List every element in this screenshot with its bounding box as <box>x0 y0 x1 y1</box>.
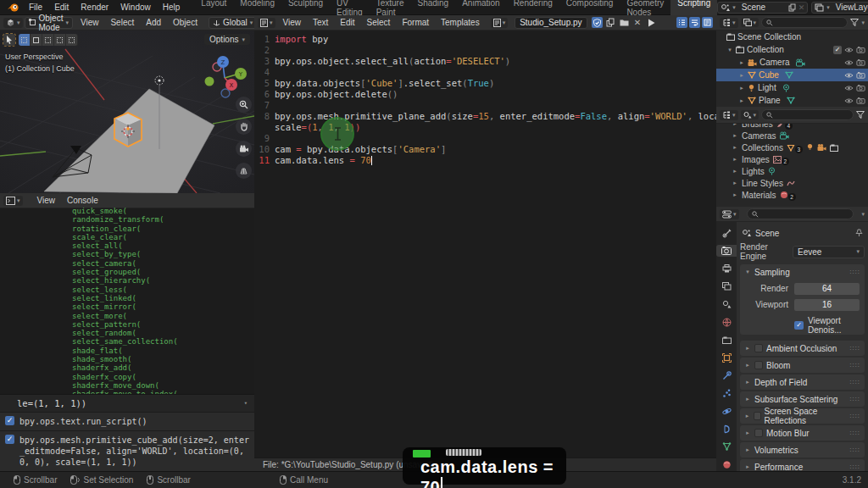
blendfile-row-brushes[interactable]: ▸ Brushes 4 <box>716 124 868 130</box>
toggle-perspective-icon[interactable] <box>236 163 252 179</box>
disclosure-triangle[interactable]: ▸ <box>732 156 738 163</box>
drag-grip-icon[interactable]: ∷∷ <box>850 269 860 276</box>
properties-search[interactable] <box>747 208 854 219</box>
drag-grip-icon[interactable]: ∷∷ <box>850 446 860 454</box>
viewport-3d[interactable]: Z Y X Options ▾ User Perspective (1) Col… <box>0 30 254 193</box>
code-line[interactable]: 5 bpy.data.objects['Cube'].select_set(Tr… <box>254 78 716 89</box>
run-script-icon[interactable] <box>646 17 657 28</box>
viewport-menu-item[interactable]: Object <box>167 17 203 28</box>
blendfile-row-lights[interactable]: ▸ Lights <box>716 165 868 177</box>
disclosure-triangle[interactable]: ▸ <box>732 168 738 175</box>
render-engine-select[interactable]: Eevee ▾ <box>793 246 865 258</box>
autocomplete-item[interactable]: scale_clear( <box>72 233 254 241</box>
tab-material[interactable] <box>716 458 737 470</box>
shield-check-icon[interactable] <box>592 17 603 28</box>
pan-hand-icon[interactable] <box>236 119 252 135</box>
drag-grip-icon[interactable]: ∷∷ <box>850 463 860 471</box>
close-icon[interactable]: ✕ <box>798 3 805 12</box>
code-line[interactable]: 3 bpy.ops.object.select_all(action='DESE… <box>254 56 716 67</box>
code-area[interactable]: 1 import bpy 2 3 bpy.ops.object.select_a… <box>254 30 716 458</box>
outliner-search[interactable] <box>761 17 848 28</box>
blendfile-row-images[interactable]: ▸ Images 2 <box>716 153 868 165</box>
render-camera-icon[interactable] <box>856 46 865 53</box>
properties-editor-icon-button[interactable]: ▾ <box>720 209 739 219</box>
autocomplete-item[interactable]: select_pattern( <box>72 320 254 329</box>
topbar-menu-item[interactable]: Edit <box>48 2 75 13</box>
collection-checkbox[interactable]: ✓ <box>833 46 842 54</box>
tab-physics[interactable] <box>716 405 737 417</box>
filter-icon[interactable] <box>856 111 865 119</box>
autocomplete-item[interactable]: select_all( <box>72 241 254 250</box>
eye-icon[interactable] <box>844 97 854 104</box>
disclosure-triangle[interactable]: ▸ <box>732 132 738 139</box>
filter-icon[interactable] <box>850 19 859 26</box>
drag-grip-icon[interactable]: ∷∷ <box>850 345 860 352</box>
tab-constraints[interactable] <box>716 423 737 435</box>
syntax-highlight-toggle-icon[interactable] <box>702 17 713 28</box>
autocomplete-item[interactable]: select_by_type( <box>72 250 254 258</box>
report-row[interactable]: ✓ bpy.ops.text.run_script() <box>0 413 254 430</box>
viewlayer-selector[interactable]: ▾ ViewLayer ✕ <box>811 2 868 14</box>
eye-icon[interactable] <box>844 72 854 79</box>
code-line[interactable]: 10 cam = bpy.data.objects['Camera'] <box>254 144 716 155</box>
disclosure-triangle[interactable]: ▸ <box>738 85 745 92</box>
eye-icon[interactable] <box>844 85 854 92</box>
tab-modifiers[interactable] <box>716 369 737 381</box>
panel-header[interactable]: ▸ Motion Blur ∷∷ <box>740 425 865 441</box>
pin-icon[interactable] <box>855 229 863 237</box>
editor-type-selector[interactable]: ▾ <box>258 18 275 28</box>
scene-selector[interactable]: ▾ Scene ✕ <box>717 2 808 14</box>
render-camera-icon[interactable] <box>856 84 865 92</box>
autocomplete-item[interactable]: shaderfx_copy( <box>72 373 254 381</box>
autocomplete-item[interactable]: shade_flat( <box>72 347 254 355</box>
disclosure-triangle[interactable]: ▸ <box>732 124 738 127</box>
console-menu-item[interactable]: View <box>31 195 62 206</box>
viewport-menu-item[interactable]: View <box>75 17 105 28</box>
sampling-panel-header[interactable]: ▾ Sampling ∷∷ <box>740 264 865 280</box>
text-menu-item[interactable]: View <box>277 17 308 28</box>
drag-grip-icon[interactable]: ∷∷ <box>850 396 860 403</box>
text-menu-item[interactable]: Edit <box>334 17 360 28</box>
render-samples-field[interactable]: 64 <box>794 283 860 295</box>
blendfile-row-linestyles[interactable]: ▸ Line Styles <box>716 177 868 189</box>
console-input-tail[interactable]: le=(1, 1, 1)) ▾ <box>0 394 254 412</box>
select-subtract-mode-button[interactable] <box>42 34 54 46</box>
panel-header[interactable]: ▸ Depth of Field ∷∷ <box>740 374 865 390</box>
text-menu-item[interactable]: Templates <box>435 17 486 28</box>
text-menu-item[interactable]: Text <box>307 17 334 28</box>
code-line[interactable]: 7 <box>254 100 716 111</box>
outliner-row-light[interactable]: ▸ Light <box>716 81 868 94</box>
denoise-checkbox[interactable]: ✓ <box>794 321 804 330</box>
autocomplete-item[interactable]: select_less( <box>72 286 254 294</box>
console-body[interactable]: quick_smoke(randomize_transform(rotation… <box>0 208 254 471</box>
tab-render[interactable] <box>716 245 737 257</box>
select-box-mode-button[interactable] <box>19 34 31 46</box>
disclosure-triangle[interactable]: ▸ <box>732 191 738 198</box>
disclosure-triangle[interactable]: ▸ <box>738 97 745 104</box>
copy-icon[interactable] <box>788 3 796 12</box>
folder-open-icon[interactable] <box>619 17 630 28</box>
autocomplete-item[interactable]: select_grouped( <box>72 268 254 276</box>
axis-y-neg[interactable] <box>205 77 214 86</box>
render-camera-icon[interactable] <box>856 58 865 66</box>
topbar-menu-item[interactable]: Help <box>157 2 186 13</box>
text-menu-item[interactable]: Select <box>361 17 397 28</box>
drag-grip-icon[interactable]: ∷∷ <box>850 379 860 386</box>
viewport-menu-item[interactable]: Add <box>140 17 167 28</box>
select-extend-mode-button[interactable] <box>31 34 42 46</box>
autocomplete-item[interactable]: select_random( <box>72 329 254 337</box>
tab-particles[interactable] <box>716 387 737 399</box>
panel-checkbox[interactable] <box>754 412 761 420</box>
code-line[interactable]: 6 bpy.ops.object.delete() <box>254 89 716 100</box>
topbar-menu-item[interactable]: Window <box>114 2 157 13</box>
outliner-row-cube[interactable]: ▸ Cube <box>716 69 868 81</box>
code-line[interactable]: 1 import bpy <box>254 34 716 45</box>
eye-icon[interactable] <box>844 59 854 66</box>
autocomplete-item[interactable]: select_same_collection( <box>72 337 254 346</box>
eye-icon[interactable] <box>844 47 854 53</box>
drag-grip-icon[interactable]: ∷∷ <box>850 430 860 437</box>
blendfile-row-materials[interactable]: ▸ Materials 2 <box>716 189 868 201</box>
outliner-row-camera[interactable]: ▸ Camera <box>716 56 868 69</box>
drag-grip-icon[interactable]: ∷∷ <box>850 413 860 420</box>
autocomplete-item[interactable]: select_camera( <box>72 259 254 268</box>
